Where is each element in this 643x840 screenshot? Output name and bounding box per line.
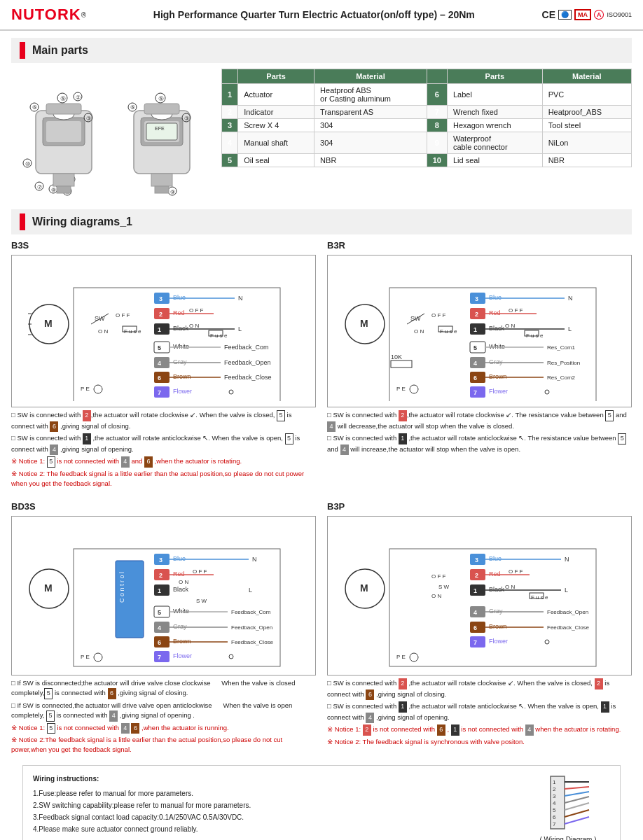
b3s-instructions: □ SW is connected with 2,the actuator wi… xyxy=(11,410,316,489)
wiring-title: Wiring diagrams_1 xyxy=(32,216,132,228)
svg-text:5: 5 xyxy=(158,609,161,616)
svg-rect-43 xyxy=(155,186,169,193)
svg-text:Res_Com2: Res_Com2 xyxy=(547,374,576,381)
svg-rect-2 xyxy=(46,121,81,142)
th-parts1: Parts xyxy=(238,69,314,84)
actuator-diagram: ⑤ ⑥ ② ③ ① ⑩ ⑦ ⑧ ⑨ xyxy=(11,69,207,198)
main-parts-title: Main parts xyxy=(32,44,88,57)
svg-rect-73 xyxy=(154,342,170,353)
svg-rect-4 xyxy=(46,104,81,114)
svg-text:Feedback_Com: Feedback_Com xyxy=(231,609,271,615)
table-row: 5 Oil seal NBR 10 Lid seal NBR xyxy=(222,154,632,167)
svg-point-223 xyxy=(545,640,549,644)
wiring-instr-item-4: 4.Please make sure actuator connect grou… xyxy=(33,823,512,835)
svg-text:③: ③ xyxy=(184,115,189,122)
svg-point-185 xyxy=(94,653,102,662)
svg-text:7: 7 xyxy=(158,654,161,661)
svg-text:C o n t r o l: C o n t r o l xyxy=(118,572,125,603)
svg-rect-42 xyxy=(151,174,172,186)
b3r-wiring: M SW O N O F F F u s e 3 Blue N 2 Red xyxy=(327,255,632,407)
svg-text:White: White xyxy=(173,608,189,615)
svg-text:6: 6 xyxy=(158,639,161,646)
th-parts2: Parts xyxy=(447,69,542,84)
svg-text:4: 4 xyxy=(473,609,477,616)
svg-text:3: 3 xyxy=(553,793,556,799)
svg-text:M: M xyxy=(360,318,368,329)
svg-line-240 xyxy=(565,810,589,817)
bd3s-title: BD3S xyxy=(11,501,316,512)
svg-text:P E: P E xyxy=(81,654,90,660)
svg-text:O N: O N xyxy=(189,323,199,329)
svg-text:Gray: Gray xyxy=(489,358,503,365)
svg-text:Feedback_Close: Feedback_Close xyxy=(231,639,274,645)
svg-text:③: ③ xyxy=(86,115,91,122)
svg-text:Gray: Gray xyxy=(173,358,187,365)
wiring-diagram-box: 1 2 3 4 5 6 7 ( Wiring Diagram ) xyxy=(526,773,610,841)
svg-point-183 xyxy=(229,654,233,659)
svg-text:⑥: ⑥ xyxy=(130,104,135,111)
wiring-section-bar xyxy=(20,214,25,230)
svg-text:1: 1 xyxy=(158,587,161,594)
svg-text:5: 5 xyxy=(158,344,161,351)
svg-text:2: 2 xyxy=(475,572,478,579)
svg-text:6: 6 xyxy=(158,374,161,382)
svg-text:Flower: Flower xyxy=(173,388,192,395)
svg-text:2: 2 xyxy=(159,572,163,579)
svg-rect-210 xyxy=(470,606,485,617)
wiring-instr-title: Wiring instructions: xyxy=(33,773,512,785)
ma-cert: MA xyxy=(574,9,591,20)
svg-rect-121 xyxy=(470,342,485,353)
svg-text:P E: P E xyxy=(396,654,406,660)
svg-point-91 xyxy=(229,390,233,394)
svg-rect-113 xyxy=(470,323,485,335)
svg-text:O N: O N xyxy=(414,328,424,335)
svg-rect-175 xyxy=(154,636,170,648)
svg-text:Red: Red xyxy=(173,570,185,578)
svg-text:O F F: O F F xyxy=(189,307,204,314)
svg-rect-138 xyxy=(470,386,485,398)
svg-text:Gray: Gray xyxy=(489,608,503,615)
bd3s-diagram: BD3S M C o n t r o l 3 Blue N 2 Red xyxy=(11,501,316,757)
svg-rect-220 xyxy=(470,636,485,648)
svg-text:7: 7 xyxy=(158,389,161,396)
svg-text:Res_Com1: Res_Com1 xyxy=(547,344,576,351)
b3p-title: B3P xyxy=(327,501,632,512)
svg-line-241 xyxy=(565,817,589,824)
svg-text:6: 6 xyxy=(473,374,477,382)
iso-cert: ISO9001 xyxy=(607,11,632,18)
svg-rect-29 xyxy=(144,104,179,114)
svg-point-225 xyxy=(410,653,418,662)
wiring-instr-item-1: 1.Fuse:please refer to manual for more p… xyxy=(33,788,512,799)
svg-point-141 xyxy=(545,390,549,394)
th-material2: Material xyxy=(542,69,631,84)
ce-cert: CE xyxy=(542,9,555,20)
svg-text:6: 6 xyxy=(473,624,477,631)
svg-text:O N: O N xyxy=(505,323,515,329)
b3s-wiring: M SW O N O F F F u s e 3 Blue xyxy=(11,255,316,407)
parts-table: Parts Material Parts Material 1 Actuator… xyxy=(221,69,632,167)
svg-text:F u s e: F u s e xyxy=(531,594,548,601)
svg-text:Black: Black xyxy=(173,586,189,593)
svg-text:Brown: Brown xyxy=(173,373,191,380)
svg-text:N: N xyxy=(238,295,243,302)
table-row: 2 Indicator Transparent AS 7 Wrench fixe… xyxy=(222,106,632,119)
svg-rect-88 xyxy=(154,386,170,398)
svg-text:Blue: Blue xyxy=(173,294,186,301)
wiring-diagram-label: ( Wiring Diagram ) xyxy=(539,836,596,841)
bd3s-wiring: M C o n t r o l 3 Blue N 2 Red O F F 1 xyxy=(11,516,316,676)
svg-text:Flower: Flower xyxy=(489,388,508,395)
svg-text:Brown: Brown xyxy=(489,623,507,630)
header-title: High Performance Quarter Turn Electric A… xyxy=(86,9,541,20)
svg-text:⑦: ⑦ xyxy=(37,184,42,190)
wiring-instr-item-2: 2.SW switching capability:please refer t… xyxy=(33,799,512,811)
svg-point-143 xyxy=(410,385,418,393)
svg-text:2: 2 xyxy=(475,311,478,318)
table-row: 1 Actuator Heatproof ABSor Casting alumi… xyxy=(222,84,632,106)
svg-text:L: L xyxy=(249,587,252,594)
svg-line-236 xyxy=(565,787,589,789)
svg-text:Flower: Flower xyxy=(489,638,508,645)
svg-text:3: 3 xyxy=(159,295,163,302)
svg-text:3: 3 xyxy=(159,556,163,564)
svg-rect-159 xyxy=(154,584,170,596)
svg-point-93 xyxy=(94,385,102,393)
